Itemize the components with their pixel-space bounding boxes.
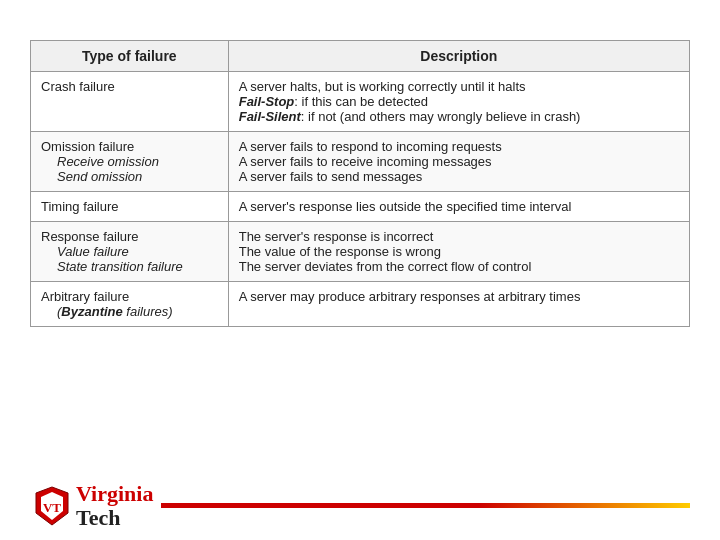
cell-type: Arbitrary failure(Byzantine failures) xyxy=(31,282,229,327)
cell-desc: The server's response is incorrectThe va… xyxy=(228,222,689,282)
table-row: Timing failureA server's response lies o… xyxy=(31,192,690,222)
table-row: Omission failureReceive omissionSend omi… xyxy=(31,132,690,192)
table-header-row: Type of failure Description xyxy=(31,41,690,72)
desc-text: A server's response lies outside the spe… xyxy=(239,199,572,214)
cell-desc: A server fails to respond to incoming re… xyxy=(228,132,689,192)
vt-text: Virginia Tech xyxy=(76,482,153,530)
cell-type: Timing failure xyxy=(31,192,229,222)
type-plain: Timing failure xyxy=(41,199,119,214)
desc-text: A server fails to receive incoming messa… xyxy=(239,154,492,169)
desc-text: A server fails to send messages xyxy=(239,169,423,184)
desc-text: The server deviates from the correct flo… xyxy=(239,259,532,274)
vt-logo: VT Virginia Tech xyxy=(34,482,153,530)
type-plain: Crash failure xyxy=(41,79,115,94)
vt-shield-icon: VT xyxy=(34,485,70,527)
cell-type: Crash failure xyxy=(31,72,229,132)
failure-models-table: Type of failure Description Crash failur… xyxy=(30,40,690,327)
col-header-type: Type of failure xyxy=(31,41,229,72)
col-header-desc: Description xyxy=(228,41,689,72)
vt-tech: Tech xyxy=(76,505,120,530)
cell-desc: A server may produce arbitrary responses… xyxy=(228,282,689,327)
desc-text: The value of the response is wrong xyxy=(239,244,441,259)
table-row: Arbitrary failure(Byzantine failures)A s… xyxy=(31,282,690,327)
type-italic: Send omission xyxy=(41,169,142,184)
type-plain: Response failure xyxy=(41,229,139,244)
page: Type of failure Description Crash failur… xyxy=(0,0,720,540)
svg-text:VT: VT xyxy=(43,500,61,515)
brand-bar xyxy=(161,503,690,508)
desc-suffix: : if this can be detected xyxy=(294,94,428,109)
desc-bold-italic: Fail-Stop xyxy=(239,94,295,109)
desc-bold-italic: Fail-Silent xyxy=(239,109,301,124)
type-plain: Arbitrary failure xyxy=(41,289,129,304)
cell-type: Response failureValue failureState trans… xyxy=(31,222,229,282)
table-row: Response failureValue failureState trans… xyxy=(31,222,690,282)
table-row: Crash failureA server halts, but is work… xyxy=(31,72,690,132)
cell-desc: A server halts, but is working correctly… xyxy=(228,72,689,132)
desc-text: A server halts, but is working correctly… xyxy=(239,79,526,94)
type-italic: (Byzantine failures) xyxy=(41,304,173,319)
footer: VT Virginia Tech xyxy=(30,482,690,530)
vt-virginia: Virginia xyxy=(76,481,153,506)
desc-text: The server's response is incorrect xyxy=(239,229,434,244)
type-italic: State transition failure xyxy=(41,259,183,274)
desc-text: A server fails to respond to incoming re… xyxy=(239,139,502,154)
type-italic: Receive omission xyxy=(41,154,159,169)
type-italic: Value failure xyxy=(41,244,129,259)
cell-desc: A server's response lies outside the spe… xyxy=(228,192,689,222)
type-plain: Omission failure xyxy=(41,139,134,154)
table-wrapper: Type of failure Description Crash failur… xyxy=(30,40,690,474)
desc-text: A server may produce arbitrary responses… xyxy=(239,289,581,304)
cell-type: Omission failureReceive omissionSend omi… xyxy=(31,132,229,192)
desc-suffix: : if not (and others may wrongly believe… xyxy=(301,109,581,124)
